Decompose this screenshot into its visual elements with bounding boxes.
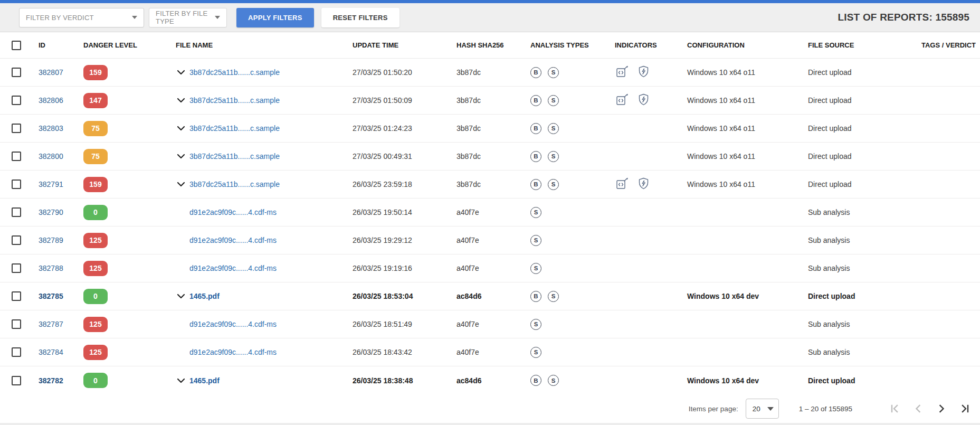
file-name-link[interactable]: 1465.pdf [189, 292, 220, 300]
report-id-link[interactable]: 382803 [39, 124, 63, 133]
report-id-link[interactable]: 382788 [39, 264, 63, 272]
analysis-type-b-icon: B [530, 179, 541, 190]
report-id-link[interactable]: 382789 [39, 236, 63, 244]
table-body: 382807 159 3b87dc25a11b......c.sample 27… [0, 59, 980, 394]
analysis-types-cell: BS [525, 151, 607, 162]
row-checkbox[interactable] [12, 235, 21, 245]
last-page-button[interactable] [959, 403, 971, 414]
row-checkbox[interactable] [12, 96, 21, 105]
configuration: Windows 10 x64 o11 [683, 180, 805, 188]
analysis-type-s-icon: S [548, 179, 559, 190]
danger-level-badge: 0 [83, 289, 108, 304]
table-header-row: ID DANGER LEVEL FILE NAME UPDATE TIME HA… [0, 32, 980, 59]
report-id-link[interactable]: 382787 [39, 320, 63, 328]
table-row: 382789 125 d91e2ac9f09c......4.cdf-ms 26… [0, 226, 980, 254]
items-per-page-select[interactable]: 20 [746, 399, 779, 419]
filter-by-filetype-placeholder: FILTER BY FILE TYPE [156, 10, 211, 25]
file-source: Sub analysis [805, 264, 902, 272]
report-id-link[interactable]: 382784 [39, 348, 63, 356]
select-all-checkbox[interactable] [12, 41, 21, 50]
file-source: Sub analysis [805, 208, 902, 216]
column-header-hash-sha256: HASH SHA256 [454, 41, 525, 49]
report-id-link[interactable]: 382800 [39, 152, 63, 160]
file-name-link[interactable]: d91e2ac9f09c......4.cdf-ms [189, 320, 277, 328]
column-header-id: ID [33, 41, 82, 49]
hash-sha256: a40f7e [454, 208, 525, 216]
report-id-link[interactable]: 382806 [39, 96, 63, 105]
chevron-down-icon[interactable] [176, 97, 186, 104]
analysis-type-b-icon: B [530, 67, 541, 78]
danger-level-badge: 75 [83, 149, 108, 164]
row-checkbox[interactable] [12, 263, 21, 273]
table-row: 382787 125 d91e2ac9f09c......4.cdf-ms 26… [0, 310, 980, 338]
row-checkbox[interactable] [12, 319, 21, 329]
table-row: 382784 125 d91e2ac9f09c......4.cdf-ms 26… [0, 338, 980, 366]
report-id-link[interactable]: 382790 [39, 208, 63, 216]
chevron-down-icon[interactable] [176, 125, 186, 132]
analysis-types-cell: BS [525, 123, 607, 134]
danger-level-badge: 0 [83, 373, 108, 388]
chevron-down-icon[interactable] [176, 69, 186, 76]
file-name-link[interactable]: 3b87dc25a11b......c.sample [189, 152, 280, 160]
chevron-down-icon[interactable] [176, 377, 186, 384]
chevron-down-icon[interactable] [176, 292, 186, 300]
file-source: Direct upload [805, 152, 902, 160]
file-source: Direct upload [805, 124, 902, 133]
chevron-down-icon[interactable] [176, 181, 186, 188]
update-time: 27/03/25 01:50:09 [348, 96, 454, 105]
analysis-type-s-icon: S [548, 67, 559, 78]
analysis-types-cell: BS [525, 95, 607, 106]
hash-sha256: a40f7e [454, 320, 525, 328]
file-name-link[interactable]: 3b87dc25a11b......c.sample [189, 124, 280, 133]
analysis-type-s-icon: S [548, 375, 559, 386]
analysis-type-s-icon: S [548, 95, 559, 106]
report-id-link[interactable]: 382785 [39, 292, 63, 300]
column-header-update-time: UPDATE TIME [348, 41, 454, 49]
indicators-cell [607, 92, 683, 108]
row-checkbox[interactable] [12, 207, 21, 217]
first-page-button[interactable] [889, 403, 901, 414]
apply-filters-button[interactable]: APPLY FILTERS [236, 8, 314, 27]
file-name-link[interactable]: 1465.pdf [189, 376, 220, 385]
pagination-bar: Items per page: 20 1 – 20 of 155895 [0, 394, 980, 423]
update-time: 26/03/25 19:19:16 [348, 264, 454, 272]
report-id-link[interactable]: 382791 [39, 180, 63, 188]
hash-sha256: 3b87dc [454, 68, 525, 77]
row-checkbox[interactable] [12, 180, 21, 189]
row-checkbox[interactable] [12, 152, 21, 161]
row-checkbox[interactable] [12, 347, 21, 357]
filter-by-verdict-dropdown[interactable]: FILTER BY VERDICT [19, 8, 144, 27]
file-source: Sub analysis [805, 236, 902, 244]
next-page-button[interactable] [936, 403, 947, 414]
previous-page-button[interactable] [912, 403, 924, 414]
table-row: 382806 147 3b87dc25a11b......c.sample 27… [0, 87, 980, 115]
code-injection-icon [615, 92, 629, 108]
file-name-link[interactable]: 3b87dc25a11b......c.sample [189, 180, 280, 188]
report-id-link[interactable]: 382782 [39, 376, 63, 385]
configuration: Windows 10 x64 o11 [683, 152, 805, 160]
analysis-type-s-icon: S [548, 123, 559, 134]
table-row: 382791 159 3b87dc25a11b......c.sample 26… [0, 171, 980, 199]
pagination-range-label: 1 – 20 of 155895 [799, 405, 852, 413]
row-checkbox[interactable] [12, 68, 21, 77]
row-checkbox[interactable] [12, 124, 21, 133]
reset-filters-button[interactable]: RESET FILTERS [321, 8, 399, 27]
analysis-types-cell: BS [525, 67, 607, 78]
hash-sha256: ac84d6 [454, 292, 525, 300]
danger-level-badge: 147 [83, 93, 108, 108]
table-row: 382807 159 3b87dc25a11b......c.sample 27… [0, 59, 980, 87]
filter-by-filetype-dropdown[interactable]: FILTER BY FILE TYPE [149, 8, 227, 27]
file-name-link[interactable]: 3b87dc25a11b......c.sample [189, 96, 280, 105]
file-name-link[interactable]: d91e2ac9f09c......4.cdf-ms [189, 348, 277, 356]
row-checkbox[interactable] [12, 376, 21, 385]
file-name-link[interactable]: d91e2ac9f09c......4.cdf-ms [189, 208, 277, 216]
file-name-link[interactable]: 3b87dc25a11b......c.sample [189, 68, 280, 77]
report-id-link[interactable]: 382807 [39, 68, 63, 77]
chevron-down-icon [215, 16, 220, 19]
row-checkbox[interactable] [12, 291, 21, 301]
indicators-cell [607, 176, 683, 192]
hash-sha256: a40f7e [454, 264, 525, 272]
file-name-link[interactable]: d91e2ac9f09c......4.cdf-ms [189, 236, 277, 244]
file-name-link[interactable]: d91e2ac9f09c......4.cdf-ms [189, 264, 277, 272]
chevron-down-icon[interactable] [176, 153, 186, 160]
